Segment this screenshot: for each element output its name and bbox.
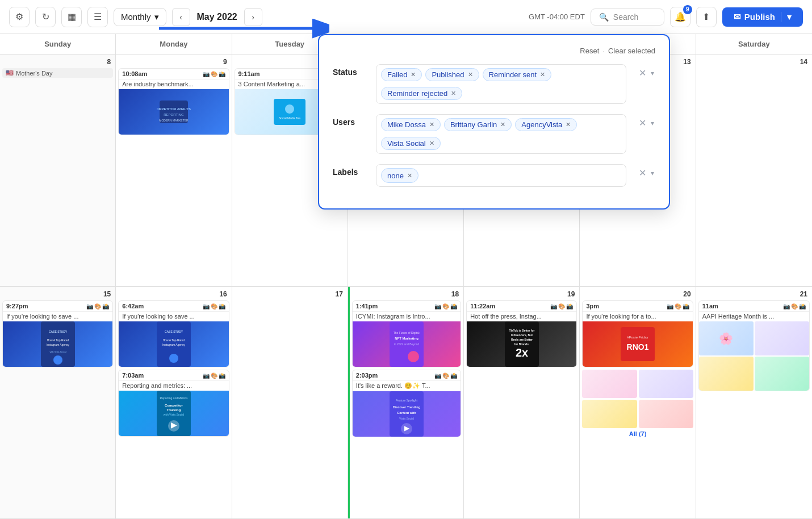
post-item[interactable]: 10:08am 📷 🎨 📸 Are industry benchmark... … xyxy=(118,68,229,135)
tag-reminder-sent-label: Reminder sent xyxy=(489,70,537,79)
status-label: Status xyxy=(333,64,367,77)
share-button[interactable]: ⬆ xyxy=(696,7,717,27)
tag-failed-remove[interactable]: ✕ xyxy=(411,71,416,78)
tag-reminder-sent: Reminder sent ✕ xyxy=(483,68,552,81)
post-time: 2:03pm xyxy=(356,372,378,379)
svg-text:▶: ▶ xyxy=(404,424,409,432)
refresh-button[interactable]: ↻ xyxy=(35,7,56,27)
post-image: #FosterFridayRNO1 xyxy=(583,321,692,367)
tag-none-remove[interactable]: ✕ xyxy=(407,172,412,179)
settings-button[interactable]: ⚙ xyxy=(9,7,30,27)
date-19: 19 xyxy=(466,289,577,299)
reset-filter-link[interactable]: Reset xyxy=(580,47,599,55)
tag-published-label: Published xyxy=(432,70,464,79)
cell-16[interactable]: 16 6:42am 📷 🎨 📸 If you're looking to sav… xyxy=(116,287,232,518)
post-item-1[interactable]: 1:41pm 📷 🎨 📸 ICYMI: Instagram is Intro..… xyxy=(352,300,461,367)
post-icons: 📷 🎨 📸 xyxy=(783,303,806,309)
labels-clear-button[interactable]: ✕ xyxy=(638,166,647,179)
view-mode-select[interactable]: Monthly ▾ xyxy=(114,8,166,26)
tag-brittany-remove[interactable]: ✕ xyxy=(500,121,505,128)
labels-tags-area[interactable]: none ✕ xyxy=(376,164,626,187)
svg-text:CASE STUDY: CASE STUDY xyxy=(165,330,183,333)
post-icons: 📷 🎨 📸 xyxy=(550,303,573,309)
tag-mike-remove[interactable]: ✕ xyxy=(429,121,434,128)
app-header: ⚙ ↻ ▦ ☰ Monthly ▾ ‹ May 2022 › GMT -04:0… xyxy=(0,0,812,34)
tag-reminder-rejected-remove[interactable]: ✕ xyxy=(451,90,456,97)
users-tags-area[interactable]: Mike Dossa ✕ Brittany Garlin ✕ AgencyVis… xyxy=(376,114,626,154)
post-item-2[interactable]: 7:03am 📷 🎨 📸 Reporting and metrics: ... … xyxy=(118,370,229,437)
search-label: Search xyxy=(613,12,638,22)
tag-mike-dossa: Mike Dossa ✕ xyxy=(381,118,441,131)
svg-text:How A Top-Rated: How A Top-Rated xyxy=(163,338,185,342)
filter-popup-header: Reset · Clear selected xyxy=(333,47,655,55)
post-item[interactable]: 11:22am 📷 🎨 📸 Hot off the press, Instag.… xyxy=(466,300,577,367)
post-item-1[interactable]: 3pm 📷 🎨 📸 If you're looking for a to... … xyxy=(582,300,693,367)
timezone-label: GMT -04:00 EDT xyxy=(529,12,585,21)
cell-9[interactable]: 9 10:08am 📷 🎨 📸 Are industry benchmark..… xyxy=(116,55,232,286)
post-item[interactable]: 9:27pm 📷 🎨 📸 If you're looking to save .… xyxy=(2,300,113,367)
labels-dropdown-button[interactable]: ▾ xyxy=(650,168,655,178)
post-time: 7:03am xyxy=(122,372,144,379)
date-18: 18 xyxy=(352,289,461,299)
status-clear-button[interactable]: ✕ xyxy=(638,66,647,79)
tag-published-remove[interactable]: ✕ xyxy=(468,71,473,78)
post-time: 10:08am xyxy=(122,70,147,77)
cell-17[interactable]: 17 xyxy=(232,287,348,518)
instagram-icon: 📸 xyxy=(102,303,109,309)
clear-selected-link[interactable]: Clear selected xyxy=(608,47,655,55)
post-image: COMPETITOR ANALYSISREPORTINGMODERN MARKE… xyxy=(119,89,228,135)
svg-text:Feature Spotlight: Feature Spotlight xyxy=(396,399,418,402)
calendar-button[interactable]: ▦ xyxy=(61,7,82,27)
post-icons: 📷 🎨 📸 xyxy=(86,303,109,309)
filter-popup: Reset · Clear selected Status Failed ✕ P… xyxy=(318,34,670,210)
tag-vista-social-label: Vista Social xyxy=(387,139,426,148)
post-title: If you're looking to save ... xyxy=(3,312,112,321)
color-icon: 🎨 xyxy=(211,372,217,379)
publish-button[interactable]: ✉ Publish ▾ xyxy=(722,7,803,27)
post-item-2[interactable]: 2:03pm 📷 🎨 📸 It's like a reward. 😊✨ T...… xyxy=(352,370,461,437)
tag-brittany-label: Brittany Garlin xyxy=(450,120,497,129)
all-posts-badge[interactable]: All (7) xyxy=(582,428,693,440)
cell-19[interactable]: 19 11:22am 📷 🎨 📸 Hot off the press, Inst… xyxy=(464,287,580,518)
instagram-icon: 📸 xyxy=(450,303,457,309)
status-tags-area[interactable]: Failed ✕ Published ✕ Reminder sent ✕ Rem… xyxy=(376,64,626,104)
notifications-button[interactable]: 🔔 9 xyxy=(670,7,690,27)
users-dropdown-button[interactable]: ▾ xyxy=(650,118,655,128)
users-clear-button[interactable]: ✕ xyxy=(638,116,647,129)
post-time-row: 9:27pm 📷 🎨 📸 xyxy=(3,301,112,312)
list-button[interactable]: ☰ xyxy=(87,7,108,27)
post-image: TikTok is Better forInfluencers, ButReel… xyxy=(467,321,576,367)
status-filter-actions: ✕ ▾ xyxy=(638,64,655,79)
post-icons: 📷 🎨 📸 xyxy=(203,372,225,379)
search-box[interactable]: 🔍 Search xyxy=(591,9,664,26)
cell-15[interactable]: 15 9:27pm 📷 🎨 📸 If you're looking to sav… xyxy=(0,287,116,518)
cell-18[interactable]: 18 1:41pm 📷 🎨 📸 ICYMI: Instagram is Intr… xyxy=(348,287,464,518)
publish-label: Publish xyxy=(744,12,775,22)
status-dropdown-button[interactable]: ▾ xyxy=(650,68,655,78)
post-image: CASE STUDYHow A Top-RatedInstagram Agenc… xyxy=(3,321,112,367)
date-20: 20 xyxy=(582,289,693,299)
svg-point-7 xyxy=(285,104,294,114)
users-filter-row: Users Mike Dossa ✕ Brittany Garlin ✕ Age… xyxy=(333,114,655,154)
cell-14[interactable]: 14 xyxy=(696,55,812,286)
tag-reminder-sent-remove[interactable]: ✕ xyxy=(540,71,545,78)
svg-text:for Brands.: for Brands. xyxy=(514,342,529,346)
cell-20[interactable]: 20 3pm 📷 🎨 📸 If you're looking for a to.… xyxy=(580,287,696,518)
post-time-row: 7:03am 📷 🎨 📸 xyxy=(119,370,228,381)
svg-text:Vista Social: Vista Social xyxy=(399,417,414,420)
camera-icon: 📷 xyxy=(203,71,210,77)
svg-text:in 2022 and Beyond: in 2022 and Beyond xyxy=(394,342,420,346)
svg-text:TikTok is Better for: TikTok is Better for xyxy=(509,329,534,332)
svg-text:Social Media Tea: Social Media Tea xyxy=(279,116,300,120)
cell-8[interactable]: 8 🇺🇸 Mother's Day xyxy=(0,55,116,286)
cell-21[interactable]: 21 11am 📷 🎨 📸 AAPI Heritage Month is ...… xyxy=(696,287,812,518)
instagram-icon: 📸 xyxy=(683,303,689,309)
tag-vista-social-remove[interactable]: ✕ xyxy=(429,140,434,147)
tag-agencyvista-remove[interactable]: ✕ xyxy=(566,121,571,128)
post-image: CASE STUDYHow A Top-RatedInstagram Agenc… xyxy=(119,321,228,367)
tag-mike-label: Mike Dossa xyxy=(387,120,426,129)
svg-text:2x: 2x xyxy=(516,346,528,359)
post-item[interactable]: 11am 📷 🎨 📸 AAPI Heritage Month is ... 🌸 xyxy=(698,300,810,391)
svg-point-19 xyxy=(169,354,178,363)
post-item-1[interactable]: 6:42am 📷 🎨 📸 If you're looking to save .… xyxy=(118,300,229,367)
